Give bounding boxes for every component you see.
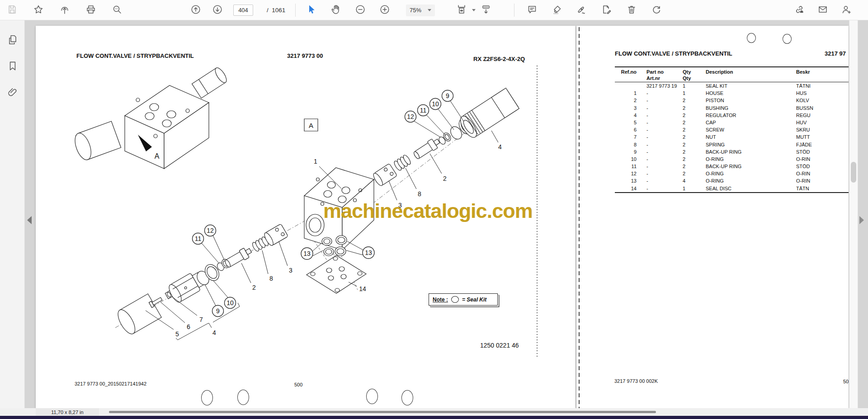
bottom-bar: 11,70 x 8,27 in [0, 408, 868, 416]
cell-beskr: O-RIN [796, 155, 839, 163]
part-spring-upper [393, 154, 412, 172]
cell-part: - [637, 126, 683, 133]
save-icon [7, 4, 18, 17]
cell-part: - [637, 163, 683, 170]
edit-page-button[interactable] [601, 5, 613, 16]
cell-part: - [637, 177, 683, 184]
svg-text:4: 4 [212, 329, 216, 336]
hand-tool-button[interactable] [330, 5, 342, 16]
fit-width-button[interactable] [456, 5, 467, 16]
part-seal-disc [307, 255, 366, 293]
cell-part: - [637, 141, 683, 148]
cell-qty: 4 [683, 177, 706, 184]
table-row: 1-1HOUSEHUS [615, 89, 849, 97]
toolbar-fit-group [456, 0, 492, 20]
delete-button[interactable] [626, 5, 637, 16]
svg-text:14: 14 [359, 285, 366, 292]
col-header-qty: Qty [683, 68, 706, 74]
svg-text:12: 12 [407, 113, 414, 120]
zoom-out-button[interactable] [354, 5, 366, 16]
page-number-input[interactable]: 404 [233, 5, 253, 16]
page-up-button[interactable] [190, 5, 202, 16]
redo-button[interactable] [651, 5, 662, 16]
zoom-in-button[interactable] [379, 5, 391, 16]
registration-circle [747, 33, 756, 43]
cell-description: SEAL DISC [706, 185, 796, 192]
cell-ref: 7 [615, 133, 637, 141]
cell-part: - [637, 185, 683, 192]
zoom-level-value: 75% [410, 7, 421, 14]
share-link-button[interactable] [793, 5, 805, 16]
signature-button[interactable] [576, 5, 588, 16]
vertical-scrollbar-thumb[interactable] [851, 162, 856, 183]
fountain-pen-icon [576, 4, 587, 17]
cell-description: O-RING [706, 155, 796, 163]
cell-beskr: HUS [796, 89, 839, 97]
cell-ref: 5 [615, 119, 637, 126]
bookmarks-panel-button[interactable] [0, 56, 25, 78]
toolbar-separator [514, 4, 514, 17]
cell-ref: 8 [615, 141, 637, 148]
select-tool-button[interactable] [306, 5, 317, 16]
thumbnails-panel-button[interactable] [0, 29, 25, 52]
svg-text:12: 12 [207, 227, 214, 234]
cell-ref: 11 [615, 163, 637, 170]
share-upload-button[interactable] [59, 5, 71, 16]
svg-text:8: 8 [418, 190, 421, 198]
star-icon [33, 4, 44, 17]
search-button[interactable] [111, 5, 123, 16]
comment-button[interactable] [526, 5, 538, 16]
seal-kit-note: Note : = Seal Kit [429, 293, 498, 306]
svg-text:13: 13 [365, 249, 372, 256]
cell-description: O-RING [706, 170, 796, 177]
part-piston-upper [412, 137, 442, 161]
toolbar-share-group [793, 0, 852, 20]
highlight-button[interactable] [551, 5, 563, 16]
minus-circle-icon [355, 4, 366, 17]
cell-qty: 2 [683, 141, 706, 148]
col-header-artnr: Art.nr [637, 75, 683, 82]
toolbar: 404 / 1061 75% [0, 0, 868, 20]
col-header-part: Part no [637, 68, 683, 74]
edit-page-icon [601, 4, 612, 17]
cell-part: - [637, 97, 683, 104]
scroll-mode-button[interactable] [480, 5, 492, 16]
attachments-panel-button[interactable] [0, 82, 25, 104]
previous-page-arrow[interactable] [27, 216, 32, 224]
arrow-down-circle-icon [212, 4, 223, 17]
trash-icon [626, 4, 637, 17]
cell-beskr: BUSSN [796, 104, 839, 112]
svg-text:1: 1 [314, 158, 317, 165]
cell-ref: 1 [615, 89, 637, 97]
registration-circle [783, 34, 792, 44]
add-user-button[interactable] [840, 5, 852, 16]
table-row: 13-4O-RINGO-RIN [615, 177, 849, 184]
table-row: 8-2SPRINGFJÄDE [615, 141, 849, 148]
svg-text:7: 7 [199, 316, 203, 323]
cell-description: BACK-UP RING [706, 163, 796, 170]
next-page-arrow[interactable] [859, 216, 864, 224]
email-button[interactable] [817, 5, 829, 16]
print-button[interactable] [85, 5, 97, 16]
save-button[interactable] [6, 5, 18, 16]
footer-page-number: 50 [843, 379, 849, 384]
zoom-level-dropdown[interactable]: 75% [406, 5, 435, 16]
seal-kit-circle-icon [451, 296, 459, 303]
cell-ref: 4 [615, 112, 637, 119]
cell-part: - [637, 89, 683, 97]
cell-beskr: REGU [796, 112, 839, 119]
toolbar-zoom-group: 75% [406, 0, 435, 20]
cell-description: BACK-UP RING [706, 148, 796, 155]
cell-qty: 2 [683, 133, 706, 141]
svg-text:A: A [309, 122, 313, 129]
taskbar-edge [0, 416, 868, 419]
comment-icon [527, 4, 538, 17]
part-number: 3217 97 [825, 50, 846, 57]
part-rings-small-upper [438, 132, 452, 146]
star-button[interactable] [33, 5, 44, 16]
horizontal-scrollbar-thumb[interactable] [109, 411, 656, 413]
vertical-scrollbar[interactable] [849, 20, 858, 408]
trim-line [579, 27, 580, 408]
page-down-button[interactable] [212, 5, 223, 16]
chevron-down-icon[interactable] [472, 9, 476, 11]
